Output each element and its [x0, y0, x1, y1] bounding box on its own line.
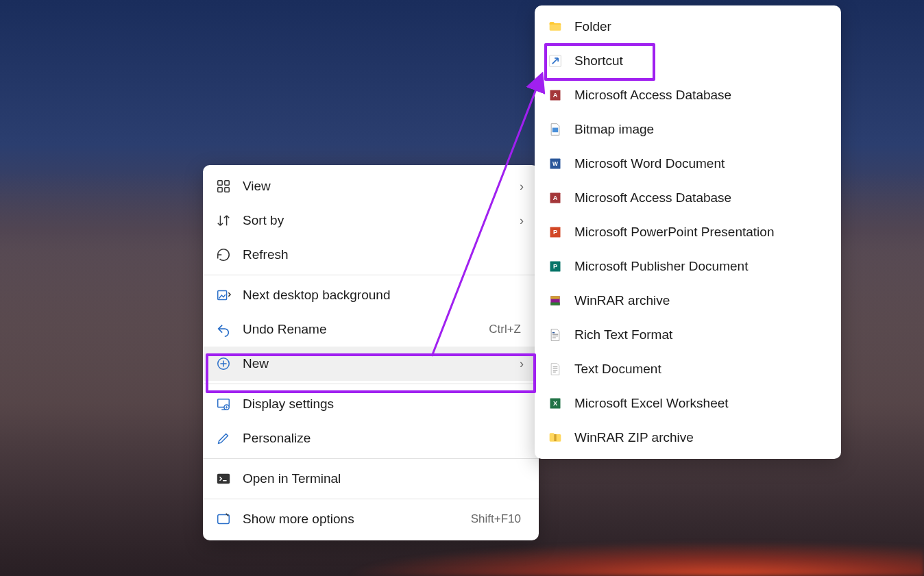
menu-item-refresh[interactable]: Refresh [203, 238, 539, 272]
wallpaper-light-trail [277, 535, 924, 576]
svg-rect-13 [552, 128, 558, 133]
menu-label: Text Document [574, 362, 829, 377]
menu-shortcut: Shift+F10 [471, 512, 521, 526]
svg-rect-23 [550, 296, 559, 299]
separator [203, 275, 539, 275]
svg-text:X: X [553, 400, 558, 407]
svg-text:A: A [553, 92, 558, 99]
svg-text:A: A [553, 195, 558, 201]
winrar-icon [547, 292, 563, 309]
access-icon: A [547, 190, 563, 206]
separator [203, 384, 539, 384]
menu-label: Microsoft Excel Worksheet [574, 396, 829, 411]
separator [203, 458, 539, 459]
menu-label: WinRAR archive [574, 293, 829, 308]
submenu-item-rich-text-format[interactable]: Rich Text Format [535, 318, 841, 352]
menu-label: Shortcut [574, 53, 829, 68]
svg-rect-8 [217, 474, 230, 484]
menu-label: Display settings [243, 397, 526, 412]
menu-label: Show more options [243, 512, 471, 527]
separator [203, 499, 539, 499]
menu-label: Bitmap image [574, 122, 829, 137]
menu-shortcut: Ctrl+Z [489, 323, 521, 336]
menu-label: View [243, 179, 517, 194]
folder-icon [547, 18, 563, 35]
svg-text:P: P [553, 229, 557, 236]
sort-icon [215, 212, 232, 229]
desktop-context-menu: View › Sort by › Refresh Next desktop ba… [203, 165, 539, 540]
svg-rect-1 [225, 181, 229, 185]
bitmap-icon [547, 121, 563, 138]
chevron-right-icon: › [517, 357, 526, 371]
submenu-item-access-database[interactable]: A Microsoft Access Database [535, 78, 841, 112]
svg-text:P: P [553, 263, 557, 270]
menu-label: Rich Text Format [574, 327, 829, 342]
text-icon [547, 361, 563, 377]
menu-label: Personalize [243, 431, 526, 446]
refresh-icon [215, 247, 232, 263]
menu-item-display-settings[interactable]: Display settings [203, 387, 539, 421]
menu-label: Undo Rename [243, 322, 489, 337]
menu-label: Microsoft Publisher Document [574, 259, 829, 274]
submenu-item-access-database-2[interactable]: A Microsoft Access Database [535, 181, 841, 215]
menu-item-personalize[interactable]: Personalize [203, 421, 539, 455]
submenu-item-powerpoint-presentation[interactable]: P Microsoft PowerPoint Presentation [535, 215, 841, 249]
submenu-item-winrar-zip-archive[interactable]: WinRAR ZIP archive [535, 421, 841, 455]
menu-label: Microsoft Access Database [574, 88, 829, 103]
more-options-icon [215, 511, 232, 527]
menu-label: Open in Terminal [243, 471, 526, 486]
personalize-icon [215, 430, 232, 447]
excel-icon: X [547, 395, 563, 412]
rtf-icon [547, 327, 563, 343]
undo-icon [215, 321, 232, 338]
svg-rect-0 [218, 181, 222, 185]
menu-item-new[interactable]: New › [203, 347, 539, 381]
svg-rect-3 [225, 188, 229, 192]
display-settings-icon [215, 396, 232, 412]
submenu-item-winrar-archive[interactable]: WinRAR archive [535, 284, 841, 318]
svg-rect-24 [550, 303, 559, 305]
menu-item-show-more-options[interactable]: Show more options Shift+F10 [203, 502, 539, 536]
publisher-icon: P [547, 258, 563, 275]
submenu-item-word-document[interactable]: W Microsoft Word Document [535, 147, 841, 181]
svg-text:W: W [552, 160, 558, 167]
submenu-item-bitmap-image[interactable]: Bitmap image [535, 112, 841, 147]
menu-item-sort-by[interactable]: Sort by › [203, 203, 539, 238]
svg-rect-2 [218, 188, 222, 192]
image-next-icon [215, 287, 232, 303]
powerpoint-icon: P [547, 224, 563, 240]
menu-label: Next desktop background [243, 288, 526, 303]
word-icon: W [547, 155, 563, 172]
view-icon [215, 178, 232, 195]
menu-item-next-desktop-background[interactable]: Next desktop background [203, 278, 539, 312]
menu-label: Folder [574, 19, 829, 34]
menu-item-open-in-terminal[interactable]: Open in Terminal [203, 462, 539, 496]
menu-label: Microsoft Access Database [574, 190, 829, 205]
chevron-right-icon: › [517, 214, 526, 228]
menu-label: New [243, 356, 517, 371]
menu-label: Refresh [243, 247, 526, 262]
submenu-item-publisher-document[interactable]: P Microsoft Publisher Document [535, 249, 841, 284]
submenu-item-shortcut[interactable]: Shortcut [535, 44, 841, 78]
svg-rect-25 [552, 332, 555, 334]
access-icon: A [547, 87, 563, 103]
menu-label: WinRAR ZIP archive [574, 430, 829, 445]
submenu-item-excel-worksheet[interactable]: X Microsoft Excel Worksheet [535, 386, 841, 421]
new-submenu: Folder Shortcut A Microsoft Access Datab… [535, 5, 841, 459]
submenu-item-text-document[interactable]: Text Document [535, 352, 841, 386]
zip-icon [547, 429, 563, 446]
svg-rect-9 [218, 515, 230, 524]
shortcut-icon [547, 53, 563, 69]
svg-rect-28 [554, 434, 556, 441]
chevron-right-icon: › [517, 179, 526, 194]
menu-item-undo-rename[interactable]: Undo Rename Ctrl+Z [203, 312, 539, 347]
terminal-icon [215, 471, 232, 487]
menu-label: Sort by [243, 213, 517, 228]
menu-label: Microsoft PowerPoint Presentation [574, 225, 829, 240]
menu-label: Microsoft Word Document [574, 156, 829, 171]
submenu-item-folder[interactable]: Folder [535, 10, 841, 44]
menu-item-view[interactable]: View › [203, 169, 539, 203]
new-icon [215, 355, 232, 372]
